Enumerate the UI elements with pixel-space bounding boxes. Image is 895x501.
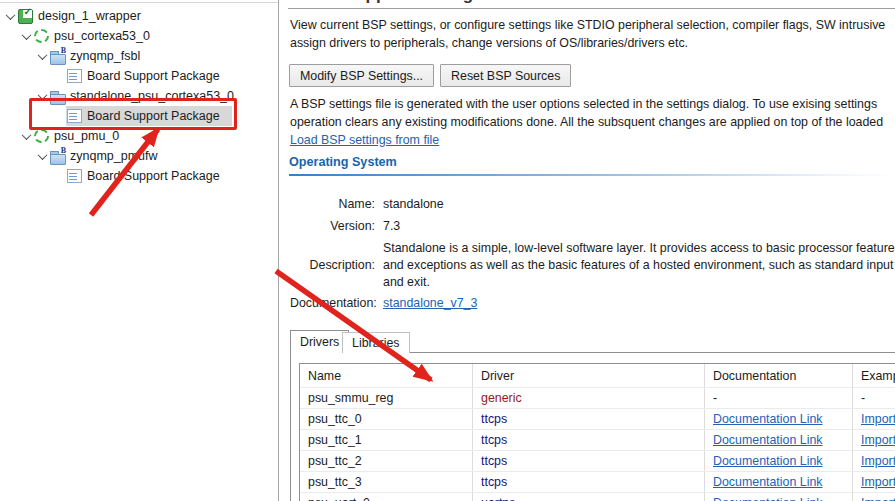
description-line-1: Standalone is a simple, low-level softwa…	[383, 240, 895, 257]
driver-cell: generic	[472, 388, 704, 408]
modify-bsp-settings-button[interactable]: Modify BSP Settings...	[289, 64, 434, 87]
document-icon	[67, 169, 82, 183]
documentation-cell: Documentation Link	[704, 430, 852, 450]
driver-value: ttcps	[481, 475, 507, 489]
chevron-down-icon[interactable]	[34, 53, 50, 60]
tree-item-label: Board Support Package	[87, 69, 220, 83]
tree-item-psu-cortexa53-0-1[interactable]: psu_cortexa53_0	[0, 26, 278, 46]
documentation-cell: Documentation Link	[704, 472, 852, 492]
documentation-cell: Documentation Link	[704, 451, 852, 471]
peripheral-name-cell: psu_ttc_1	[300, 430, 472, 450]
tree-item-body[interactable]: Board Support Package	[66, 66, 232, 86]
tree-item-body[interactable]: design_1_wrapper	[18, 6, 153, 26]
driver-value: uartps	[481, 496, 515, 501]
documentation-link[interactable]: Documentation Link	[713, 496, 823, 501]
os-description-label: Description:	[290, 257, 375, 274]
os-description-value: Standalone is a simple, low-level softwa…	[383, 240, 895, 291]
os-documentation-field: Documentation: standalone_v7_3	[290, 295, 894, 312]
chip-icon	[34, 29, 49, 43]
panel-divider[interactable]	[278, 0, 279, 501]
tree-item-label: zynqmp_fsbl	[70, 49, 140, 63]
tree-item-body[interactable]: Bzynqmp_fsbl	[50, 46, 152, 66]
tree-item-body[interactable]: Bzynqmp_pmufw	[50, 146, 170, 166]
documentation-cell: -	[704, 388, 852, 408]
column-header-examples: Examples	[852, 364, 895, 387]
load-bsp-settings-link[interactable]: Load BSP settings from file	[290, 133, 439, 147]
examples-cell: -	[852, 388, 895, 408]
table-row-psu-ttc-3[interactable]: psu_ttc_3ttcpsDocumentation LinkImport E…	[300, 471, 895, 492]
driver-value: ttcps	[481, 433, 507, 447]
intro-paragraph: View current BSP settings, or configure …	[290, 17, 885, 52]
column-header-name: Name	[300, 364, 472, 387]
import-examples-link[interactable]: Import Examples	[861, 475, 895, 489]
tree-item-label: zynqmp_pmufw	[70, 149, 158, 163]
os-name-label: Name:	[290, 196, 375, 213]
table-row-psu-ttc-2[interactable]: psu_ttc_2ttcpsDocumentation LinkImport E…	[300, 450, 895, 471]
tree-item-zynqmp-fsbl-2[interactable]: Bzynqmp_fsbl	[0, 46, 278, 66]
table-row-psu-smmu-reg[interactable]: psu_smmu_reggeneric--	[300, 387, 895, 408]
chevron-down-icon	[50, 73, 66, 80]
peripheral-name-cell: psu_ttc_2	[300, 451, 472, 471]
documentation-link[interactable]: Documentation Link	[713, 475, 823, 489]
bsp-settings-window: design_1_wrapperpsu_cortexa53_0Bzynqmp_f…	[0, 0, 895, 501]
page-title: Board Support Package	[290, 0, 483, 5]
chevron-down-icon[interactable]	[18, 133, 34, 140]
folder-b-icon: B	[50, 49, 65, 64]
examples-cell: Import Examples	[852, 430, 895, 450]
table-header-row: NameDriverDocumentationExamples	[300, 364, 895, 387]
driver-cell: ttcps	[472, 430, 704, 450]
tree-item-body[interactable]: psu_cortexa53_0	[34, 26, 162, 46]
table-row-psu-ttc-0[interactable]: psu_ttc_0ttcpsDocumentation LinkImport E…	[300, 408, 895, 429]
examples-cell: Import Examples	[852, 493, 895, 501]
os-name-value: standalone	[383, 196, 444, 213]
tab-libraries[interactable]: Libraries	[342, 332, 410, 353]
standalone-doc-link[interactable]: standalone_v7_3	[383, 296, 477, 310]
driver-cell: ttcps	[472, 409, 704, 429]
chevron-down-icon[interactable]	[18, 33, 34, 40]
operating-system-heading-rule	[289, 174, 895, 176]
chip-icon	[34, 129, 49, 143]
badge-b: B	[61, 146, 66, 155]
tree-item-board-support-package-8[interactable]: Board Support Package	[0, 166, 278, 186]
os-description-field: Description: Standalone is a simple, low…	[290, 240, 894, 291]
tree-item-label: Board Support Package	[87, 169, 220, 183]
intro-line-2: assign drivers to peripherals, change ve…	[290, 35, 885, 53]
import-examples-link[interactable]: Import Examples	[861, 454, 895, 468]
panel-top-border	[0, 2, 278, 3]
driver-cell: ttcps	[472, 451, 704, 471]
note-line-1: A BSP settings file is generated with th…	[290, 96, 883, 114]
documentation-link[interactable]: Documentation Link	[713, 433, 823, 447]
tab-drivers[interactable]: Drivers	[290, 330, 349, 353]
table-row-psu-ttc-1[interactable]: psu_ttc_1ttcpsDocumentation LinkImport E…	[300, 429, 895, 450]
documentation-link[interactable]: Documentation Link	[713, 454, 823, 468]
tree-item-body[interactable]: Board Support Package	[66, 166, 232, 186]
project-explorer-panel: design_1_wrapperpsu_cortexa53_0Bzynqmp_f…	[0, 0, 278, 501]
tree-item-board-support-package-3[interactable]: Board Support Package	[0, 66, 278, 86]
drivers-tab-panel: NameDriverDocumentationExamplespsu_smmu_…	[290, 352, 895, 501]
os-version-value: 7.3	[383, 218, 400, 235]
tree-item-label: psu_pmu_0	[54, 129, 119, 143]
description-line-2: and exceptions as well as the basic feat…	[383, 257, 895, 274]
column-header-driver: Driver	[472, 364, 704, 387]
drivers-table: NameDriverDocumentationExamplespsu_smmu_…	[299, 363, 895, 501]
documentation-link[interactable]: Documentation Link	[713, 412, 823, 426]
tree-item-zynqmp-pmufw-7[interactable]: Bzynqmp_pmufw	[0, 146, 278, 166]
import-examples-link[interactable]: Import Examples	[861, 433, 895, 447]
chevron-down-icon[interactable]	[2, 13, 18, 20]
os-version-label: Version:	[290, 218, 375, 235]
tree-item-design-1-wrapper-0[interactable]: design_1_wrapper	[0, 6, 278, 26]
tree-item-label: psu_cortexa53_0	[54, 29, 150, 43]
import-examples-link[interactable]: Import Examples	[861, 412, 895, 426]
reset-bsp-sources-button[interactable]: Reset BSP Sources	[440, 64, 571, 87]
operating-system-heading: Operating System	[289, 155, 397, 169]
title-separator	[288, 8, 895, 9]
table-row-psu-uart-0[interactable]: psu_uart_0uartpsDocumentation LinkImport…	[300, 492, 895, 501]
bsp-button-row: Modify BSP Settings... Reset BSP Sources	[289, 64, 571, 87]
examples-cell: Import Examples	[852, 451, 895, 471]
column-header-documentation: Documentation	[704, 364, 852, 387]
documentation-cell: Documentation Link	[704, 493, 852, 501]
import-examples-link[interactable]: Import Examples	[861, 496, 895, 501]
folder-b-icon: B	[50, 149, 65, 164]
chevron-down-icon[interactable]	[34, 153, 50, 160]
bsp-note-paragraph: A BSP settings file is generated with th…	[290, 96, 883, 131]
